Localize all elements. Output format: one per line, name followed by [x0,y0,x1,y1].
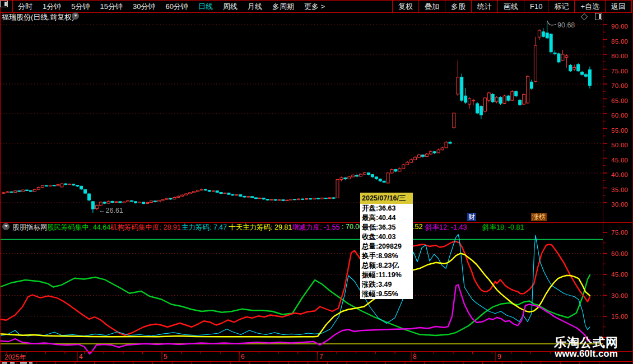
diamond-icon[interactable] [581,13,587,20]
stock-title[interactable]: 福瑞股份(日线.前复权) [2,12,74,22]
tooltip-row: 总量:209829 [360,242,413,251]
main-gridlines [1,25,607,203]
tooltip-row: 涨幅:9.55% [360,290,413,299]
period-item-8[interactable]: 月线 [243,2,267,12]
period-item-2[interactable]: 5分钟 [66,2,95,12]
layout-toggle-button[interactable] [0,1,13,12]
candle [87,193,90,201]
candle [270,199,273,200]
watermark-url: www.60lt.com [554,349,618,359]
indicator-axis-label: 60.00 [611,250,628,257]
period-item-0[interactable]: 分时 [13,2,38,12]
tool-item-5[interactable]: F10 [524,1,548,12]
tools-menu: 复权叠加多股统计画线F10标记+自选返回 [392,1,632,12]
candle [437,149,440,153]
candle [487,92,490,102]
tool-item-4[interactable]: 画线 [497,1,524,12]
chart-canvas[interactable] [0,0,633,364]
period-item-5[interactable]: 60分钟 [160,2,193,12]
tool-item-2[interactable]: 多股 [445,1,471,12]
tool-item-7[interactable]: +自选 [574,1,605,12]
tool-item-0[interactable]: 复权 [392,1,418,12]
period-item-4[interactable]: 30分钟 [128,2,160,12]
title-right-icons[interactable] [580,13,605,21]
tool-item-1[interactable]: 叠加 [418,1,445,12]
candle [185,193,188,195]
tool-item-3[interactable]: 统计 [471,1,497,12]
candle [301,199,304,200]
price-axis-label: 70.00 [611,82,628,89]
axis-border [603,14,603,362]
price-axis-label: 45.00 [611,157,628,164]
candle [22,189,25,192]
candle [99,202,102,206]
candle [433,151,436,154]
watermark: 乐淘公式网 www.60lt.com [554,336,618,359]
candle [316,198,319,200]
candle [41,185,44,188]
candle [138,202,141,203]
candle [348,176,351,179]
candle [495,96,498,103]
year-label: 2025年 [4,353,26,362]
candle [33,189,36,192]
candle [37,186,40,189]
candle [507,95,510,101]
candle [181,194,184,197]
candle [546,22,548,39]
candle [425,153,428,157]
candle [519,99,522,106]
candle [453,113,455,129]
period-item-7[interactable]: 周线 [218,2,243,12]
title-row: 福瑞股份(日线.前复权) [0,12,633,20]
candle [134,201,137,203]
title-chevron-down-icon[interactable] [72,12,79,20]
price-axis-label: 50.00 [611,142,628,148]
candle [231,194,234,196]
candle [165,198,168,200]
tool-item-8[interactable]: 返回 [605,1,632,12]
candle [57,184,59,186]
candle [227,193,230,195]
candle [119,201,122,203]
period-item-3[interactable]: 15分钟 [95,2,127,12]
window-left-border [0,0,1,364]
indicator-chevron-down-icon[interactable] [2,223,10,230]
month-label: 4 [79,353,83,361]
candle [410,158,413,163]
tooltip-row: 涨跌:3.49 [360,280,413,290]
indicator-source-label[interactable]: 股朋指标网 [12,223,48,232]
candle [320,197,323,199]
candle [352,174,355,178]
candle [30,190,32,192]
finance-badge[interactable]: 财 [467,213,476,221]
period-item-6[interactable]: 日线 [193,2,218,12]
month-label: 6 [241,353,245,361]
tool-item-6[interactable]: 标记 [548,1,574,12]
candle [550,33,552,54]
series-机构筹码集中度 [0,241,590,335]
period-item-10[interactable]: 更多 > [299,2,330,12]
gainers-badge[interactable]: 涨榜 [531,213,547,221]
price-axis-label: 55.00 [611,127,628,134]
candle [480,105,482,119]
period-item-1[interactable]: 1分钟 [38,2,66,12]
indicator-axis-label: 30.00 [611,292,628,299]
candle [72,184,75,186]
candle [220,192,222,194]
indicator-header: 股朋指标网 股民筹码集中: 44.64机构筹码集中度: 28.91主力筹码: 7… [0,223,633,231]
month-label: 5 [164,353,167,361]
price-axis-label: 60.00 [611,112,628,119]
candle [464,88,467,104]
indicator-field-4: 增减力度: -1.55 [292,223,339,232]
candle [588,67,591,88]
candle [367,172,370,175]
candle [429,151,432,155]
indicator-axis-label: 75.00 [611,229,628,236]
candle [60,183,63,187]
period-item-9[interactable]: 多周期 [267,2,299,12]
tooltip-row: 最低:36.35 [360,223,413,232]
candle [84,189,87,194]
candle [239,194,242,197]
candle [189,192,192,194]
